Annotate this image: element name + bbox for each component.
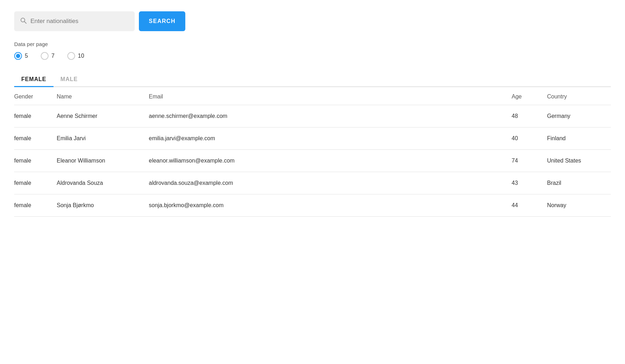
tabs: FEMALE MALE	[14, 73, 611, 87]
cell-email: eleanor.williamson@example.com	[149, 150, 512, 172]
cell-name: Emilia Jarvi	[57, 127, 149, 150]
radio-option-10[interactable]: 10	[67, 52, 84, 60]
search-input[interactable]	[30, 18, 129, 25]
cell-country: Norway	[547, 194, 611, 217]
radio-circle-7[interactable]	[41, 52, 49, 60]
table-row: female Aldrovanda Souza aldrovanda.souza…	[14, 172, 611, 194]
cell-email: emilia.jarvi@example.com	[149, 127, 512, 150]
col-header-name: Name	[57, 87, 149, 105]
radio-group: 5 7 10	[14, 52, 611, 60]
search-row: SEARCH	[14, 11, 611, 31]
radio-inner-5	[16, 54, 20, 58]
data-table: Gender Name Email Age Country female Aen…	[14, 87, 611, 217]
cell-country: United States	[547, 150, 611, 172]
tab-male[interactable]: MALE	[54, 73, 85, 87]
cell-name: Aldrovanda Souza	[57, 172, 149, 194]
table-header-row: Gender Name Email Age Country	[14, 87, 611, 105]
col-header-country: Country	[547, 87, 611, 105]
table-row: female Eleanor Williamson eleanor.willia…	[14, 150, 611, 172]
col-header-email: Email	[149, 87, 512, 105]
radio-label-10: 10	[78, 53, 84, 59]
search-box	[14, 11, 135, 31]
cell-age: 74	[512, 150, 547, 172]
radio-circle-10[interactable]	[67, 52, 75, 60]
cell-email: aldrovanda.souza@example.com	[149, 172, 512, 194]
cell-email: aenne.schirmer@example.com	[149, 105, 512, 127]
data-per-page-label: Data per page	[14, 41, 611, 47]
cell-gender: female	[14, 150, 57, 172]
cell-name: Aenne Schirmer	[57, 105, 149, 127]
tab-female[interactable]: FEMALE	[14, 73, 54, 87]
cell-gender: female	[14, 105, 57, 127]
cell-name: Sonja Bjørkmo	[57, 194, 149, 217]
col-header-age: Age	[512, 87, 547, 105]
cell-age: 40	[512, 127, 547, 150]
cell-country: Finland	[547, 127, 611, 150]
cell-country: Germany	[547, 105, 611, 127]
cell-email: sonja.bjorkmo@example.com	[149, 194, 512, 217]
radio-label-7: 7	[51, 53, 55, 59]
radio-label-5: 5	[25, 53, 28, 59]
cell-gender: female	[14, 172, 57, 194]
search-button[interactable]: SEARCH	[139, 11, 185, 31]
cell-gender: female	[14, 127, 57, 150]
cell-age: 48	[512, 105, 547, 127]
cell-country: Brazil	[547, 172, 611, 194]
cell-name: Eleanor Williamson	[57, 150, 149, 172]
radio-option-7[interactable]: 7	[41, 52, 55, 60]
cell-gender: female	[14, 194, 57, 217]
table-row: female Aenne Schirmer aenne.schirmer@exa…	[14, 105, 611, 127]
cell-age: 43	[512, 172, 547, 194]
table-row: female Emilia Jarvi emilia.jarvi@example…	[14, 127, 611, 150]
search-icon	[20, 17, 27, 25]
svg-line-1	[24, 22, 27, 24]
col-header-gender: Gender	[14, 87, 57, 105]
radio-circle-5[interactable]	[14, 52, 22, 60]
table-row: female Sonja Bjørkmo sonja.bjorkmo@examp…	[14, 194, 611, 217]
radio-option-5[interactable]: 5	[14, 52, 28, 60]
cell-age: 44	[512, 194, 547, 217]
